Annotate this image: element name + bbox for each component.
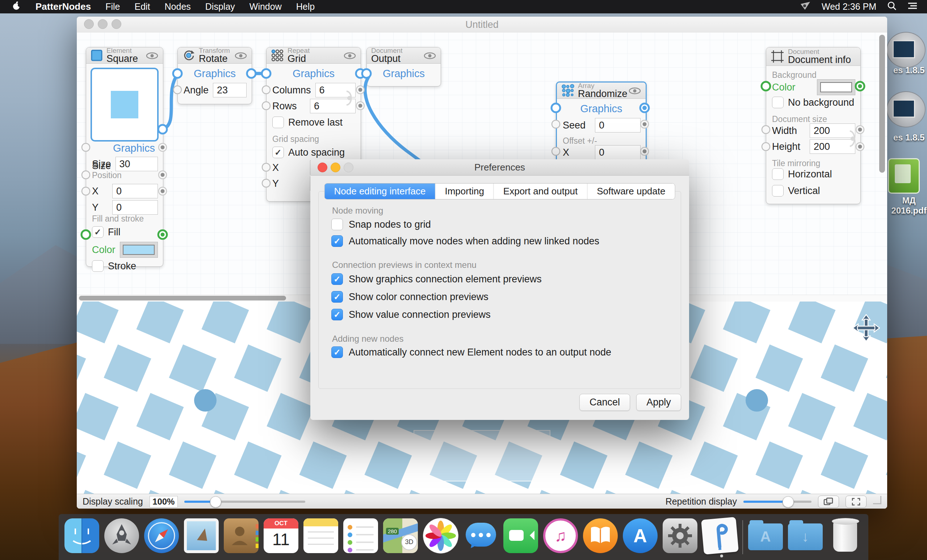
status-app-icon[interactable] [800,1,811,13]
graphics-previews-checkbox[interactable] [331,273,343,285]
pref-row[interactable]: Automatically move nodes when adding new… [331,233,599,249]
dock-patternodes-icon[interactable] [701,516,739,554]
value-previews-checkbox[interactable] [331,309,343,320]
width-field[interactable]: 200 [810,123,855,138]
menu-clock[interactable]: Wed 2:36 PM [822,2,876,12]
dock-system-preferences-icon[interactable] [663,518,698,553]
eye-icon[interactable] [423,52,436,61]
height-field[interactable]: 200 [810,140,855,154]
y-field[interactable]: 0 [112,200,158,215]
node-square[interactable]: Element Square Graphics Size Size Size [86,47,163,267]
graphics-label[interactable]: Graphics [178,68,252,80]
no-background-checkbox[interactable] [772,97,784,108]
dock-safari-icon[interactable] [144,518,179,553]
pref-row[interactable]: Automatically connect new Element nodes … [331,344,611,360]
menu-edit[interactable]: Edit [134,2,150,12]
menu-window[interactable]: Window [249,2,282,12]
node-randomize-header[interactable]: Array Randomize [557,82,646,99]
dock-mail-icon[interactable] [184,518,219,553]
node-rotate-header[interactable]: Transform Rotate [178,47,252,64]
dock-app-store-icon[interactable]: A [623,518,658,553]
tab-export-and-output[interactable]: Export and output [494,184,587,199]
dock-applications-folder-icon[interactable]: A [748,518,783,553]
menu-nodes[interactable]: Nodes [165,2,191,12]
node-output[interactable]: Document Output Graphics [366,47,441,87]
pref-row[interactable]: Snap nodes to grid [331,217,431,232]
node-grid-header[interactable]: Repeat Grid [266,47,361,64]
apply-button[interactable]: Apply [636,394,681,411]
rows-field[interactable]: 6 [310,99,356,113]
display-scaling-slider[interactable] [184,501,305,503]
node-output-header[interactable]: Document Output [367,47,441,64]
desktop-file-icon[interactable] [886,91,925,127]
remove-last-checkbox[interactable] [272,117,284,128]
eye-icon[interactable] [146,52,159,61]
columns-field[interactable]: 6 [315,83,356,97]
pref-row[interactable]: Show color connection previews [331,289,488,305]
notification-center-icon[interactable] [907,2,918,12]
seed-field[interactable]: 0 [595,118,641,132]
horizontal-checkbox[interactable] [772,168,784,180]
cancel-button[interactable]: Cancel [579,394,630,411]
dock-facetime-icon[interactable] [503,518,538,553]
eye-icon[interactable] [234,52,247,61]
dock-downloads-folder-icon[interactable]: ↓ [788,518,823,553]
vertical-checkbox[interactable] [772,185,784,197]
color-previews-checkbox[interactable] [331,291,343,303]
auto-move-nodes-checkbox[interactable] [331,235,343,247]
dock-finder-icon[interactable] [64,518,99,553]
auto-spacing-checkbox[interactable] [272,147,284,158]
color-swatch[interactable] [120,242,158,258]
stroke-checkbox[interactable] [92,260,103,272]
vertical-scrollbar-thumb[interactable] [879,35,885,173]
node-document-info[interactable]: Document Document info Background Color … [766,47,861,204]
node-rotate[interactable]: Transform Rotate Graphics Angle 23 [178,47,252,104]
node-randomize[interactable]: Array Randomize Graphics Seed 0 Offset +… [556,82,647,170]
fullscreen-view-button[interactable] [845,496,866,508]
dock-messages-icon[interactable] [464,518,498,553]
x-field[interactable]: 0 [595,145,641,159]
node-document-info-header[interactable]: Document Document info [766,47,860,66]
dock-ibooks-icon[interactable] [583,518,618,553]
desktop-file-icon[interactable] [886,32,925,68]
desktop-pdf-icon[interactable] [888,158,920,194]
dock-photos-icon[interactable] [423,518,459,554]
snap-nodes-checkbox[interactable] [331,219,343,230]
pref-row[interactable]: Show value connection previews [331,307,491,323]
menu-help[interactable]: Help [296,2,315,12]
horizontal-scrollbar-thumb[interactable] [79,296,286,300]
dock-maps-icon[interactable]: 280 3D [383,518,418,553]
graphics-label[interactable]: Graphics [266,68,361,80]
dock-launchpad-icon[interactable] [104,518,139,553]
window-resize-grip[interactable] [873,496,881,504]
preferences-titlebar[interactable]: Preferences [310,159,689,176]
dock-itunes-icon[interactable]: ♫ [543,518,578,553]
eye-icon[interactable] [343,52,356,61]
spotlight-search-icon[interactable] [887,1,897,13]
graphics-label[interactable]: Graphics [557,103,646,115]
auto-connect-element-checkbox[interactable] [331,346,343,358]
display-scaling-field[interactable]: 100% [150,496,178,507]
x-field[interactable]: 0 [112,184,158,198]
dock-calendar-icon[interactable]: OCT 11 [264,518,298,553]
angle-field[interactable]: 23 [213,83,246,97]
dock-contacts-icon[interactable] [224,518,258,553]
app-menu-title[interactable]: PatterNodes [35,1,91,12]
tab-node-editing-interface[interactable]: Node editing interface [325,184,436,199]
tab-importing[interactable]: Importing [435,184,494,199]
dock-notes-icon[interactable] [304,518,338,553]
pref-row[interactable]: Show graphics connection element preview… [331,271,542,287]
fill-checkbox[interactable] [92,226,103,238]
dock-trash-icon[interactable] [828,518,863,553]
window-titlebar[interactable]: Untitled [77,17,887,33]
tile-overlap-view-button[interactable] [818,496,839,508]
node-square-header[interactable]: Element Square [86,47,163,64]
eye-icon[interactable] [628,87,641,96]
apple-menu-icon[interactable] [12,1,21,13]
repetition-display-slider[interactable] [743,501,812,503]
graphics-label[interactable]: Graphics [367,68,441,80]
size-field[interactable]: 30 [115,157,158,171]
menu-file[interactable]: File [105,2,120,12]
tab-software-update[interactable]: Software update [587,184,675,199]
background-color-swatch[interactable] [817,79,855,95]
